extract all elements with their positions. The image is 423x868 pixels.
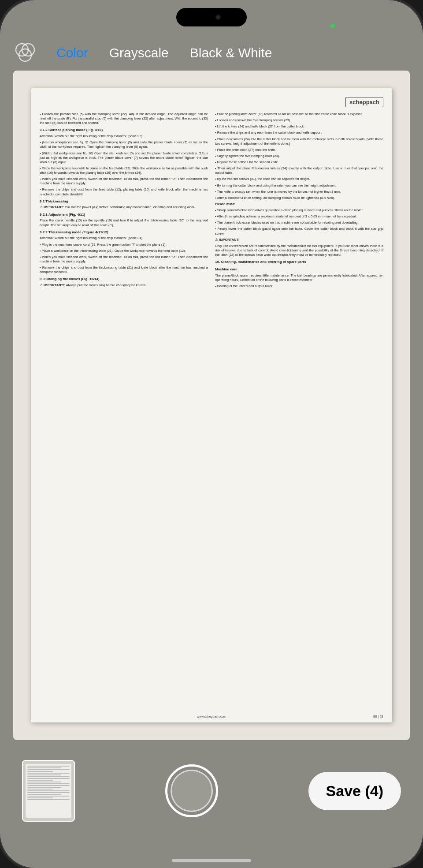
thumb-line-5	[27, 773, 70, 774]
thumb-line-7	[27, 776, 70, 777]
document-page-number: GB | 33	[373, 715, 383, 718]
thumb-line-19	[27, 797, 53, 798]
green-status-dot	[330, 24, 335, 28]
document-footer-url: www.scheppach.com	[31, 715, 392, 718]
brand-logo: scheppach	[345, 97, 383, 107]
home-indicator	[172, 859, 251, 862]
thumb-line-17	[27, 794, 61, 795]
top-bar: Color Grayscale Black & White	[0, 35, 423, 71]
front-camera	[215, 15, 221, 20]
camera-viewfinder: scheppach • Loosen the parallel stop (5)…	[13, 71, 410, 740]
dynamic-island	[176, 8, 247, 26]
shutter-inner-ring	[171, 770, 213, 812]
thumb-line-16	[27, 792, 70, 793]
thumb-line-6	[27, 774, 61, 775]
scan-mode-icon	[13, 41, 37, 65]
thumbnail-content	[26, 764, 71, 818]
tab-color[interactable]: Color	[46, 42, 99, 64]
scan-thumbnail[interactable]	[22, 760, 75, 822]
thumb-line-8	[27, 778, 70, 779]
save-button[interactable]: Save (4)	[308, 772, 401, 810]
thumb-line-13	[27, 787, 61, 788]
document-content: • Loosen the parallel stop (5) with the …	[40, 112, 383, 290]
mode-tabs: Color Grayscale Black & White	[46, 42, 282, 64]
shutter-button[interactable]	[165, 764, 218, 817]
thumb-line-14	[27, 789, 53, 789]
thumb-line-2	[27, 767, 61, 768]
thumb-line-18	[27, 796, 70, 797]
thumb-line-3	[27, 769, 70, 770]
thumb-line-4	[27, 771, 53, 772]
thumb-line-12	[27, 785, 70, 786]
thumb-line-1	[27, 766, 70, 767]
bottom-controls: Save (4)	[0, 740, 423, 842]
document-page: scheppach • Loosen the parallel stop (5)…	[31, 88, 392, 722]
thumb-line-15	[27, 790, 70, 791]
tab-grayscale[interactable]: Grayscale	[99, 42, 179, 64]
thumb-line-10	[27, 782, 61, 782]
thumb-line-9	[27, 780, 53, 781]
thumb-line-11	[27, 783, 70, 784]
phone-frame: Color Grayscale Black & White scheppach …	[0, 0, 423, 868]
tab-black-white[interactable]: Black & White	[179, 42, 283, 64]
phone-screen: Color Grayscale Black & White scheppach …	[0, 0, 423, 868]
thumb-line-20	[27, 799, 70, 800]
